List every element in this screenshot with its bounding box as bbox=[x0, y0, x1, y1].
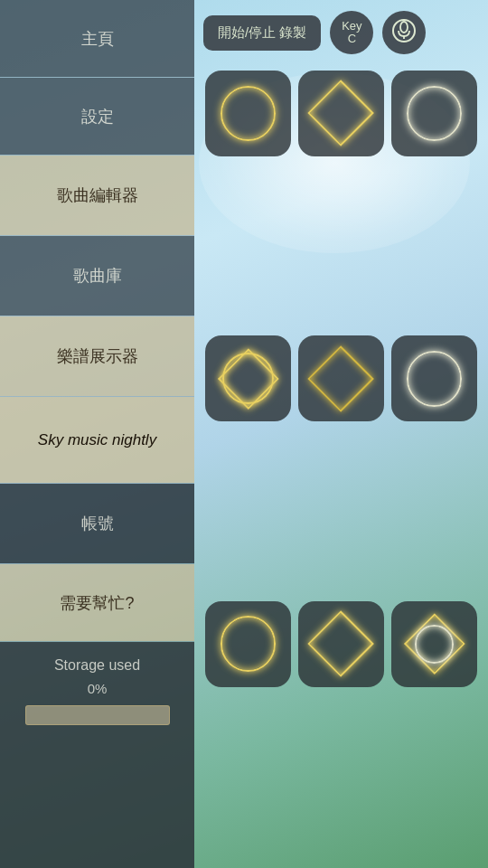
top-bar: 開始/停止 錄製 Key C bbox=[194, 0, 488, 61]
sidebar-label-settings: 設定 bbox=[81, 106, 114, 127]
storage-section: Storage used 0% bbox=[0, 642, 194, 868]
instrument-btn-6[interactable] bbox=[391, 335, 477, 421]
mic-icon bbox=[391, 18, 417, 48]
instrument-btn-5[interactable] bbox=[298, 335, 384, 421]
key-label-bottom: C bbox=[348, 33, 356, 45]
instrument-btn-9[interactable] bbox=[391, 601, 477, 687]
sidebar-item-settings[interactable]: 設定 bbox=[0, 78, 194, 155]
diamond-icon-2 bbox=[308, 80, 375, 147]
sidebar-label-help: 需要幫忙? bbox=[60, 592, 134, 614]
sidebar-label-editor: 歌曲編輯器 bbox=[57, 184, 138, 206]
sidebar-label-home: 主頁 bbox=[81, 28, 114, 50]
sidebar-item-account[interactable]: 帳號 bbox=[0, 484, 194, 563]
record-button[interactable]: 開始/停止 錄製 bbox=[203, 15, 321, 51]
circle-icon-7 bbox=[221, 616, 277, 672]
sidebar: 主頁 設定 歌曲編輯器 歌曲庫 樂譜展示器 Sky music nightly … bbox=[0, 0, 194, 868]
diamond-icon-8 bbox=[308, 610, 375, 677]
sidebar-item-skymusic[interactable]: Sky music nightly bbox=[0, 397, 194, 483]
instrument-btn-3[interactable] bbox=[391, 71, 477, 156]
sidebar-item-score[interactable]: 樂譜展示器 bbox=[0, 316, 194, 396]
sidebar-label-skymusic: Sky music nightly bbox=[38, 431, 156, 449]
instrument-btn-8[interactable] bbox=[298, 601, 384, 687]
sidebar-label-account: 帳號 bbox=[81, 513, 114, 534]
instrument-btn-7[interactable] bbox=[205, 601, 291, 687]
circle-icon-6 bbox=[407, 351, 463, 407]
sidebar-label-score: 樂譜展示器 bbox=[57, 345, 138, 367]
mic-button[interactable] bbox=[382, 11, 426, 54]
circle-icon-1 bbox=[221, 86, 277, 142]
diamond-icon-4 bbox=[218, 348, 278, 409]
instrument-btn-2[interactable] bbox=[298, 71, 384, 156]
diamond-icon-5 bbox=[308, 345, 375, 412]
storage-percent: 0% bbox=[88, 681, 108, 696]
sidebar-item-help[interactable]: 需要幫忙? bbox=[0, 564, 194, 641]
circle-icon-3 bbox=[407, 86, 463, 142]
instrument-grid bbox=[194, 61, 488, 868]
sidebar-item-home[interactable]: 主頁 bbox=[0, 0, 194, 77]
sidebar-label-library: 歌曲庫 bbox=[73, 265, 122, 287]
storage-bar-container bbox=[25, 705, 170, 725]
circle-icon-9 bbox=[415, 625, 454, 664]
instrument-btn-4[interactable] bbox=[205, 335, 291, 421]
key-label-top: Key bbox=[342, 20, 361, 33]
main-area: 開始/停止 錄製 Key C bbox=[194, 0, 488, 868]
svg-point-1 bbox=[400, 22, 408, 33]
sidebar-item-editor[interactable]: 歌曲編輯器 bbox=[0, 156, 194, 235]
storage-label: Storage used bbox=[54, 656, 140, 675]
sidebar-item-library[interactable]: 歌曲庫 bbox=[0, 236, 194, 316]
key-button[interactable]: Key C bbox=[330, 11, 373, 54]
instrument-btn-1[interactable] bbox=[205, 71, 291, 156]
